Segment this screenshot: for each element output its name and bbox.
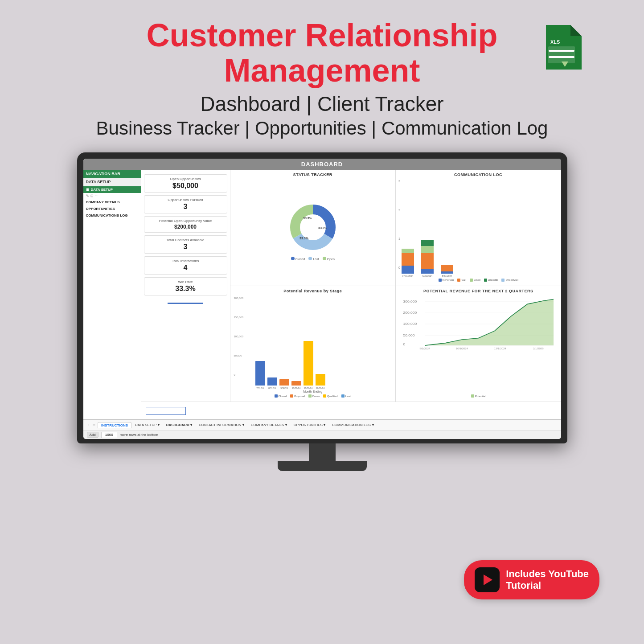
sidebar-item-company[interactable]: COMPANY DETAILS	[83, 199, 141, 205]
tab-hamburger-icon[interactable]: ≡	[91, 422, 97, 427]
potential-revenue-cell: Potential Revenue by Stage 200,000 150,0…	[230, 286, 396, 402]
stat-label-4: Total Interactions	[148, 259, 223, 263]
charts-row: Open Opportunities $50,000 Opportunities…	[141, 170, 561, 402]
bar-label-5: 11/30/24	[304, 387, 312, 390]
svg-text:12/1/2024: 12/1/2024	[494, 347, 507, 350]
svg-text:2/1/2025: 2/1/2025	[533, 347, 544, 350]
tab-dashboard[interactable]: DASHBOARD ▾	[163, 422, 195, 428]
stat-total-contacts: Total Contacts Available 3	[144, 235, 227, 254]
bar-group-4: 10/31/24	[291, 381, 301, 390]
svg-rect-2	[548, 46, 575, 63]
copy-icon[interactable]: ⊡	[90, 194, 94, 198]
stat-total-interactions: Total Interactions 4	[144, 256, 227, 275]
bar-label-6: 12/31/24	[316, 387, 324, 390]
svg-marker-1	[570, 25, 582, 36]
sidebar-data-setup[interactable]: DATA SETUP	[83, 178, 141, 186]
stat-value-2: $200,000	[148, 224, 223, 230]
charts-right: COMMUNICATION LOG 3 2 1 0	[396, 170, 561, 402]
status-tracker-title: STATUS TRACKER	[233, 172, 393, 177]
bar-group-6: 12/31/24	[316, 374, 325, 390]
charts-middle: STATUS TRACKER	[230, 170, 396, 402]
stat-value-4: 4	[148, 264, 223, 272]
bar-label-3: 9/30/24	[280, 387, 288, 390]
bar-chart-area: 200,000 150,000 100,000 50,000 0	[233, 295, 393, 390]
stat-value-5: 33.3%	[148, 285, 223, 293]
svg-text:0: 0	[403, 342, 405, 346]
bar-chart-legend: Closed Proposal Demo Qualified Lead	[233, 393, 393, 399]
comm-log-cell: COMMUNICATION LOG 3 2 1 0	[396, 170, 561, 286]
comm-seg-blue-3	[441, 271, 453, 274]
subtitle1: Dashboard | Client Tracker	[27, 92, 617, 116]
main-title: Customer Relationship Management	[27, 18, 617, 88]
comm-seg-blue-1	[402, 266, 414, 274]
sidebar-item-opportunities[interactable]: OPPORTUNITIES	[83, 205, 141, 212]
youtube-play-button[interactable]	[475, 567, 500, 592]
stat-label-3: Total Contacts Available	[148, 238, 223, 242]
bar-6	[316, 374, 325, 386]
tab-opportunities[interactable]: OPPORTUNITIES ▾	[291, 422, 328, 428]
stat-value-1: 3	[148, 203, 223, 211]
comm-seg-orange-3	[441, 265, 453, 271]
stat-win-rate: Win Rate 33.3%	[144, 277, 227, 295]
bar-2	[267, 377, 277, 386]
svg-text:200,000: 200,000	[403, 311, 417, 314]
content-area: Open Opportunities $50,000 Opportunities…	[141, 170, 561, 419]
stats-panel: Open Opportunities $50,000 Opportunities…	[141, 170, 230, 402]
tab-data-setup[interactable]: DATA SETUP ▾	[132, 422, 163, 428]
stat-label-0: Open Opportunities	[148, 177, 223, 181]
rows-suffix-text: more rows at the bottom	[120, 433, 158, 437]
youtube-badge[interactable]: Includes YouTube Tutorial	[464, 560, 599, 599]
donut-legend: Closed Lost Open	[291, 257, 335, 261]
bar-label-4: 10/31/24	[292, 387, 300, 390]
comm-log-title: COMMUNICATION LOG	[398, 172, 558, 177]
page-header: Customer Relationship Management Dashboa…	[27, 18, 617, 139]
edit-icon[interactable]: ✎	[86, 194, 89, 198]
bar-3	[279, 379, 289, 386]
dashboard-title-bar: DASHBOARD	[83, 159, 561, 170]
svg-text:33.3%: 33.3%	[318, 226, 328, 230]
comm-seg-green-1	[402, 249, 414, 253]
svg-text:100,000: 100,000	[403, 322, 417, 326]
bar-label-1: 7/31/24	[256, 387, 264, 390]
potential-revenue-title: Potential Revenue by Stage	[233, 289, 393, 293]
sidebar-icons-row: ✎ ⊡ ⋯	[83, 193, 141, 199]
sidebar-item-comm-log[interactable]: COMMUNICATIONS LOG	[83, 212, 141, 219]
status-tracker-cell: STATUS TRACKER	[230, 170, 396, 286]
comm-seg-orange-2	[421, 253, 434, 269]
stat-open-opp: Open Opportunities $50,000	[144, 174, 227, 193]
bar-chart-wrapper: 200,000 150,000 100,000 50,000 0	[233, 295, 393, 399]
more-icon[interactable]: ⋯	[95, 194, 98, 198]
comm-bar-1: 07/31/2024	[402, 249, 414, 277]
monitor-screen: DASHBOARD NAVIGATION BAR DATA SETUP ⊞ DA…	[77, 152, 567, 443]
bar-4	[291, 381, 301, 386]
tab-plus[interactable]: +	[86, 423, 91, 427]
screen-inner: DASHBOARD NAVIGATION BAR DATA SETUP ⊞ DA…	[83, 159, 561, 439]
youtube-badge-text: Includes YouTube Tutorial	[506, 568, 589, 591]
line-chart-area: 300,000 200,000 100,000 50,000 0	[398, 295, 558, 394]
sidebar-data-setup-active[interactable]: ⊞ DATA SETUP	[83, 186, 141, 193]
xls-icon: XLS	[541, 25, 582, 71]
rows-input[interactable]	[101, 432, 117, 438]
comm-seg-orange-1	[402, 253, 414, 266]
svg-marker-24	[425, 299, 554, 345]
comm-legend: In Person Call Email LinkedIn Direct Mai…	[398, 277, 558, 283]
stat-opp-pursued: Opportunities Pursued 3	[144, 195, 227, 213]
bottom-row	[141, 402, 561, 419]
svg-text:33.3%: 33.3%	[303, 217, 312, 220]
svg-text:XLS: XLS	[550, 39, 560, 45]
tab-comm-log[interactable]: COMMUNICATION LOG ▾	[329, 422, 377, 428]
add-button[interactable]: Add	[87, 432, 98, 438]
selection-bar	[168, 303, 203, 304]
comm-seg-darkgreen-2	[421, 240, 434, 246]
subtitle2: Business Tracker | Opportunities | Commu…	[27, 118, 617, 139]
sidebar: NAVIGATION BAR DATA SETUP ⊞ DATA SETUP ✎…	[83, 170, 141, 419]
bar-label-2: 8/31/24	[268, 387, 276, 390]
tab-contact-info[interactable]: CONTACT INFORMATION ▾	[196, 422, 247, 428]
bar-group-3: 9/30/24	[279, 379, 289, 390]
monitor: DASHBOARD NAVIGATION BAR DATA SETUP ⊞ DA…	[77, 152, 567, 471]
tab-company-details[interactable]: COMPANY DETAILS ▾	[248, 422, 290, 428]
tab-instructions[interactable]: INSTRUCTIONS	[98, 422, 131, 428]
selection-input-box[interactable]	[146, 407, 186, 415]
bar-5	[304, 341, 313, 386]
bar-group-1: 7/31/24	[255, 361, 265, 390]
